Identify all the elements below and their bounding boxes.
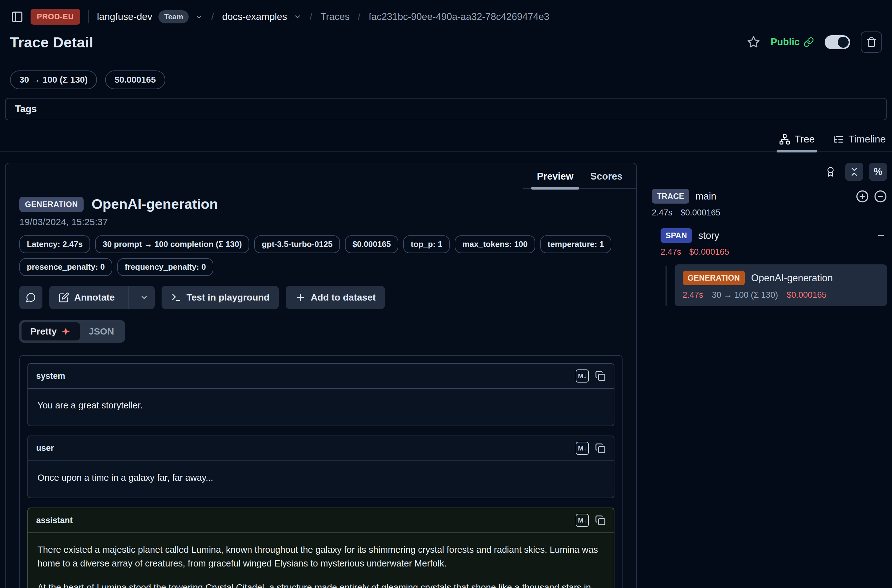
format-toggle: Pretty JSON [20, 320, 125, 343]
token-usage-badge[interactable]: 30 → 100 (Σ 130) [10, 70, 97, 89]
observation-title: OpenAI-generation [92, 196, 218, 212]
message-role: system [36, 371, 65, 381]
tree-row-span[interactable]: SPAN story − [661, 228, 887, 243]
page-title: Trace Detail [10, 34, 93, 51]
span-badge: SPAN [661, 228, 692, 243]
trace-name: main [695, 191, 716, 202]
breadcrumb-traces[interactable]: Traces [321, 11, 350, 22]
json-label: JSON [89, 326, 114, 337]
breadcrumb-org[interactable]: langfuse-dev [97, 11, 153, 22]
copy-icon [595, 371, 606, 381]
message-content: Once upon a time in a galaxy far, far aw… [38, 471, 604, 485]
expand-all-icon[interactable] [856, 190, 869, 203]
annotate-button[interactable]: Annotate [49, 286, 155, 309]
trace-badge: TRACE [652, 189, 689, 204]
link-icon [803, 37, 814, 47]
max-tokens-chip[interactable]: max_tokens: 100 [455, 236, 535, 253]
trash-icon [866, 37, 877, 47]
top-p-chip[interactable]: top_p: 1 [403, 236, 450, 253]
delete-trace-button[interactable] [861, 32, 882, 53]
org-plan-badge: Team [158, 10, 189, 23]
breadcrumb-project[interactable]: docs-examples [222, 11, 287, 22]
add-to-dataset-button[interactable]: Add to dataset [286, 286, 385, 309]
markdown-icon[interactable]: M↓ [576, 442, 589, 455]
public-label: Public [771, 36, 800, 48]
temperature-chip[interactable]: temperature: 1 [540, 236, 612, 253]
annotate-dropdown-button[interactable] [134, 293, 155, 302]
copy-button[interactable] [595, 371, 606, 381]
markdown-icon[interactable]: M↓ [576, 514, 589, 527]
breadcrumb-separator: / [209, 11, 216, 22]
frequency-penalty-chip[interactable]: frequency_penalty: 0 [117, 258, 213, 276]
generation-metrics: 2.47s 30 → 100 (Σ 130) $0.000165 [683, 290, 879, 300]
bookmark-star-button[interactable] [747, 36, 760, 49]
public-link[interactable]: Public [771, 36, 814, 48]
token-chip[interactable]: 30 prompt → 100 completion (Σ 130) [95, 236, 249, 253]
trace-stats: 30 → 100 (Σ 130) $0.000165 [0, 62, 892, 89]
edit-icon [59, 292, 69, 303]
metrics-toggle-button[interactable]: % [869, 163, 887, 181]
comment-button[interactable] [20, 286, 42, 309]
annotate-label: Annotate [74, 292, 115, 303]
span-latency: 2.47s [661, 247, 681, 257]
percent-icon: % [874, 166, 882, 177]
message-content: You are a great storyteller. [38, 399, 604, 412]
collapse-all-button[interactable] [845, 163, 863, 181]
tab-tree[interactable]: Tree [779, 134, 815, 151]
sidebar-toggle-button[interactable] [10, 10, 24, 24]
tab-preview[interactable]: Preview [529, 168, 581, 188]
public-toggle[interactable] [824, 35, 850, 49]
timeline-icon [833, 134, 844, 145]
observation-timestamp: 19/03/2024, 15:25:37 [20, 217, 623, 227]
tab-tree-label: Tree [795, 134, 815, 145]
chevron-down-icon[interactable] [293, 13, 302, 21]
collapse-node-icon[interactable] [874, 190, 887, 203]
latency-chip[interactable]: Latency: 2.47s [20, 236, 90, 253]
span-cost: $0.000165 [689, 247, 729, 257]
pretty-label: Pretty [30, 326, 57, 337]
playground-label: Test in playground [186, 292, 269, 303]
observation-preview-card: Preview Scores GENERATION OpenAI-generat… [5, 163, 637, 588]
generation-cost: $0.000165 [787, 290, 826, 300]
format-pretty-segment[interactable]: Pretty [21, 322, 80, 340]
star-icon [747, 36, 760, 49]
message-role: assistant [36, 516, 73, 525]
tags-section[interactable]: Tags [5, 98, 887, 120]
trace-latency: 2.47s [652, 208, 673, 218]
observation-attributes: Latency: 2.47s 30 prompt → 100 completio… [20, 236, 623, 276]
tree-icon [779, 134, 790, 145]
copy-button[interactable] [595, 515, 606, 526]
generation-name: OpenAI-generation [751, 273, 833, 284]
chevron-down-icon [140, 293, 149, 302]
test-in-playground-button[interactable]: Test in playground [162, 286, 279, 309]
breadcrumb-separator: / [308, 11, 314, 22]
cost-badge[interactable]: $0.000165 [105, 70, 165, 89]
copy-button[interactable] [595, 443, 606, 454]
presence-penalty-chip[interactable]: presence_penalty: 0 [20, 258, 112, 276]
panel-left-icon [11, 10, 23, 23]
terminal-icon [171, 292, 182, 303]
markdown-icon[interactable]: M↓ [576, 369, 589, 382]
plus-icon [295, 292, 306, 303]
model-chip[interactable]: gpt-3.5-turbo-0125 [254, 236, 340, 253]
chevrons-down-up-icon [849, 166, 860, 177]
observation-type-badge: GENERATION [20, 197, 84, 212]
trace-cost: $0.000165 [680, 208, 721, 218]
collapse-span-icon[interactable]: − [878, 230, 884, 242]
scores-award-button[interactable] [821, 163, 839, 181]
award-icon [825, 166, 836, 177]
tree-row-trace[interactable]: TRACE main [652, 189, 887, 204]
tree-row-generation-selected[interactable]: GENERATION OpenAI-generation 2.47s 30 → … [674, 264, 887, 306]
copy-icon [595, 443, 606, 454]
cost-chip[interactable]: $0.000165 [345, 236, 398, 253]
message-role: user [36, 443, 54, 453]
tab-timeline[interactable]: Timeline [833, 134, 886, 151]
chevron-down-icon[interactable] [195, 13, 203, 21]
format-json-segment[interactable]: JSON [80, 322, 123, 340]
add-to-dataset-label: Add to dataset [311, 292, 375, 303]
user-message: user M↓ Once upon a time in a galaxy far… [27, 435, 614, 498]
assistant-message: assistant M↓ There existed a majestic pl… [27, 508, 614, 588]
toggle-knob [838, 37, 848, 48]
tab-scores[interactable]: Scores [583, 168, 630, 188]
comment-icon [26, 292, 36, 303]
